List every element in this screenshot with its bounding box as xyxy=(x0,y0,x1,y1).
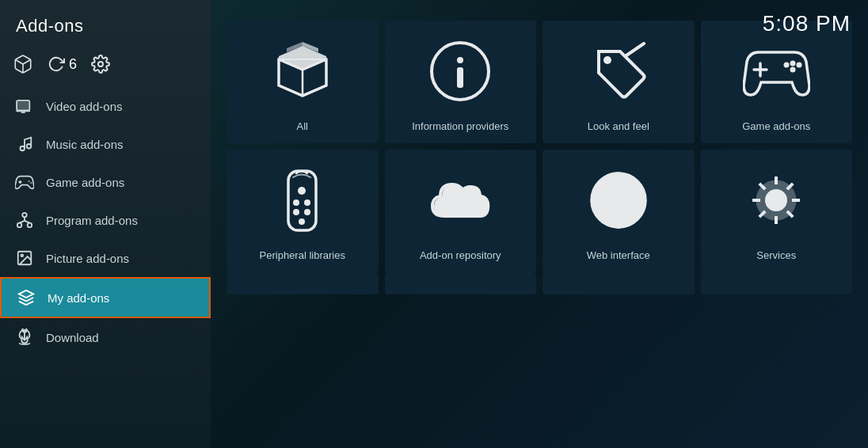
services-icon xyxy=(707,158,847,243)
peripheral-icon xyxy=(233,158,372,243)
lookandfeel-icon xyxy=(549,28,688,114)
sidebar-item-myaddons-label: My add-ons xyxy=(48,291,109,305)
svg-rect-5 xyxy=(21,112,25,113)
settings-icon[interactable] xyxy=(91,55,110,74)
sidebar-item-music[interactable]: Music add-ons xyxy=(0,125,211,163)
grid-item-lookandfeel[interactable]: Look and feel xyxy=(542,21,695,143)
grid-item-repository-label: Add-on repository xyxy=(420,249,501,263)
update-badge[interactable]: 6 xyxy=(48,55,77,73)
svg-point-34 xyxy=(790,66,795,72)
sidebar-item-picture[interactable]: Picture add-ons xyxy=(0,239,211,277)
sidebar-item-video-label: Video add-ons xyxy=(46,100,122,113)
svg-point-39 xyxy=(293,199,299,206)
info-icon xyxy=(391,28,531,114)
grid-item-all-label: All xyxy=(297,120,308,134)
svg-point-36 xyxy=(796,62,801,67)
partial-item-3 xyxy=(542,272,695,294)
sidebar-item-picture-label: Picture add-ons xyxy=(46,252,129,265)
svg-point-40 xyxy=(304,199,310,206)
grid-item-webinterface[interactable]: Web interface xyxy=(542,150,695,272)
partial-item-1 xyxy=(227,272,379,294)
myaddons-icon xyxy=(16,287,36,308)
svg-line-17 xyxy=(25,221,29,223)
svg-point-1 xyxy=(98,62,103,66)
svg-rect-3 xyxy=(17,101,29,110)
svg-point-10 xyxy=(29,180,30,182)
svg-marker-22 xyxy=(279,46,326,70)
grid-partial-row xyxy=(227,272,852,294)
grid-item-repository[interactable]: Add-on repository xyxy=(385,150,537,272)
svg-point-41 xyxy=(293,209,299,215)
svg-point-11 xyxy=(30,182,32,184)
svg-point-38 xyxy=(298,187,306,195)
download-icon xyxy=(14,327,35,347)
main-content: 5:08 PM All xyxy=(211,0,868,448)
grid-item-webinterface-label: Web interface xyxy=(587,249,650,263)
program-icon xyxy=(14,210,35,230)
grid-item-info-label: Information providers xyxy=(412,120,508,134)
sidebar-item-download-label: Download xyxy=(46,331,99,344)
all-icon xyxy=(233,28,372,114)
svg-point-13 xyxy=(17,223,22,228)
grid-item-gameaddons-label: Game add-ons xyxy=(742,120,810,134)
svg-point-29 xyxy=(603,56,611,64)
packages-icon[interactable] xyxy=(13,54,33,74)
update-count: 6 xyxy=(69,56,77,73)
svg-line-30 xyxy=(626,44,644,55)
sidebar-item-music-label: Music add-ons xyxy=(46,138,124,151)
music-icon xyxy=(14,134,35,154)
grid-item-gameaddons[interactable]: Game add-ons xyxy=(701,21,853,143)
svg-point-33 xyxy=(783,62,789,67)
gameaddons-icon xyxy=(707,28,847,114)
sidebar-item-game-label: Game add-ons xyxy=(46,176,124,189)
sidebar-toolbar: 6 xyxy=(0,47,211,87)
svg-point-42 xyxy=(304,209,310,215)
page-title: Add-ons xyxy=(0,8,211,47)
grid-item-lookandfeel-label: Look and feel xyxy=(588,120,649,134)
sidebar: Add-ons 6 xyxy=(0,0,211,448)
time-display: 5:08 PM xyxy=(763,11,851,36)
svg-rect-4 xyxy=(16,110,30,112)
game-icon xyxy=(14,172,35,192)
sidebar-item-video[interactable]: Video add-ons xyxy=(0,87,211,125)
partial-item-2 xyxy=(385,272,537,294)
picture-icon xyxy=(14,248,35,268)
sidebar-item-program-label: Program add-ons xyxy=(46,214,138,227)
webinterface-icon xyxy=(549,158,688,243)
svg-point-43 xyxy=(299,218,305,225)
refresh-icon xyxy=(48,55,65,73)
sidebar-item-myaddons[interactable]: My add-ons xyxy=(0,277,211,318)
video-icon xyxy=(14,96,35,116)
grid-item-all[interactable]: All xyxy=(227,21,379,143)
repository-icon xyxy=(391,158,531,243)
addon-grid: All Information providers xyxy=(227,21,852,272)
svg-point-14 xyxy=(28,223,32,228)
svg-point-19 xyxy=(21,254,23,256)
svg-point-35 xyxy=(790,60,795,66)
svg-point-48 xyxy=(759,183,794,218)
svg-point-27 xyxy=(457,57,463,63)
grid-item-peripheral[interactable]: Peripheral libraries xyxy=(227,150,379,272)
sidebar-item-program[interactable]: Program add-ons xyxy=(0,201,211,239)
partial-item-4 xyxy=(701,272,853,294)
sidebar-item-download[interactable]: Download xyxy=(0,318,211,356)
svg-rect-28 xyxy=(457,67,463,88)
sidebar-navigation: Video add-ons Music add-ons xyxy=(0,87,211,448)
sidebar-item-game[interactable]: Game add-ons xyxy=(0,163,211,201)
svg-line-16 xyxy=(20,221,25,223)
svg-point-12 xyxy=(22,213,27,218)
grid-item-services[interactable]: Services xyxy=(701,150,853,272)
grid-item-services-label: Services xyxy=(756,249,796,263)
grid-item-info[interactable]: Information providers xyxy=(385,21,537,143)
grid-item-peripheral-label: Peripheral libraries xyxy=(260,249,345,263)
